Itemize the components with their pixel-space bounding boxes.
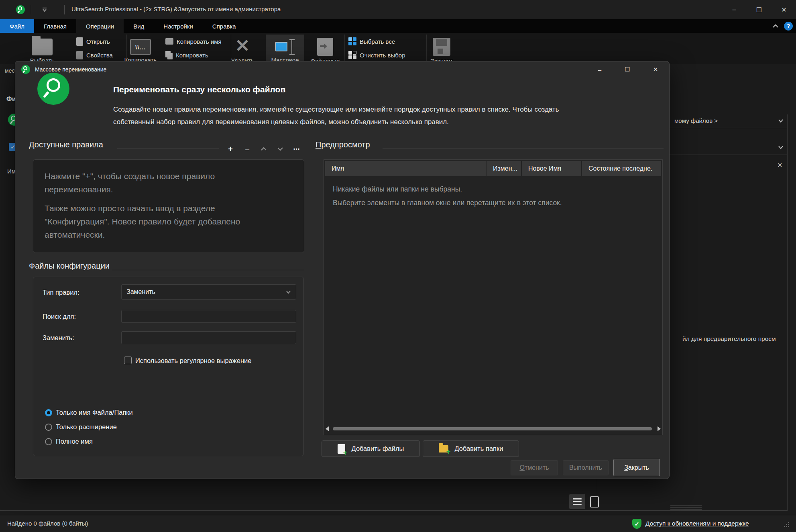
scroll-left-icon[interactable] xyxy=(326,426,329,431)
window-titlebar: UltraSearch Professional - (2x STRG) &За… xyxy=(0,0,796,19)
ribbon-copy-name-button[interactable]: Копировать имя xyxy=(165,36,222,47)
list-view-icon xyxy=(573,498,582,505)
column-header-modified[interactable]: Измен... xyxy=(487,161,521,176)
mass-rename-icon xyxy=(275,39,295,55)
rule-type-label: Тип правил: xyxy=(43,289,79,296)
tab-operations[interactable]: Операции xyxy=(76,19,124,33)
rule-more-button[interactable]: ••• xyxy=(290,144,303,154)
chevron-down-icon xyxy=(286,290,291,294)
column-header-last-status[interactable]: Состояние последне. xyxy=(582,161,661,176)
scrollbar-thumb[interactable] xyxy=(333,427,652,430)
rules-hint-1: Нажмите "+", чтобы создать новое правило… xyxy=(45,169,272,196)
close-button[interactable]: Закрыть xyxy=(613,459,660,476)
add-folder-icon: + xyxy=(439,445,448,453)
scroll-right-icon[interactable] xyxy=(658,426,661,431)
copy-name-icon xyxy=(165,38,173,45)
panel-close-icon[interactable]: ✕ xyxy=(777,161,782,169)
ribbon-select-big-button[interactable]: Выбрать xyxy=(23,35,61,64)
column-header-new-name[interactable]: Новое Имя xyxy=(522,161,581,176)
window-minimize-button[interactable]: – xyxy=(723,0,746,19)
titlebar-separator xyxy=(64,5,65,14)
chevron-down-icon xyxy=(277,147,283,151)
tab-settings[interactable]: Настройки xyxy=(154,19,203,33)
replace-input[interactable] xyxy=(121,331,296,344)
rule-type-select[interactable]: Заменить xyxy=(121,284,296,300)
rule-add-button[interactable]: + xyxy=(224,144,237,154)
ribbon-open-button[interactable]: Открыть xyxy=(76,36,110,47)
regex-checkbox[interactable] xyxy=(124,357,132,364)
dialog-minimize-button[interactable]: – xyxy=(590,63,609,75)
preview-empty-message: Никакие файлы или папки не выбраны. Выбе… xyxy=(333,182,562,210)
horizontal-scrollbar[interactable] xyxy=(326,425,661,432)
copy-path-icon: \\... xyxy=(130,39,151,55)
dialog-app-icon xyxy=(21,65,30,74)
dialog-heading: Переименовать сразу несколько файлов xyxy=(113,85,285,94)
file-operations-icon xyxy=(317,38,333,56)
rule-move-up-button[interactable] xyxy=(257,144,271,154)
search-for-input[interactable] xyxy=(121,310,296,323)
dialog-maximize-button[interactable]: ☐ xyxy=(618,63,637,75)
add-folders-button[interactable]: + Добавить папки xyxy=(423,440,519,457)
add-file-icon: + xyxy=(338,444,345,454)
config-box: Тип правил: Заменить Поиск для: Заменить… xyxy=(33,277,304,456)
add-files-button[interactable]: + Добавить файлы xyxy=(322,440,420,457)
window-title: UltraSearch Professional - (2x STRG) &За… xyxy=(71,6,281,12)
ribbon-copy-button[interactable]: Копировать xyxy=(165,50,208,60)
preview-table-header: Имя Измен... Новое Имя Состояние последн… xyxy=(325,161,661,176)
resize-grip[interactable] xyxy=(784,522,790,528)
rules-list-empty[interactable]: Нажмите "+", чтобы создать новое правило… xyxy=(33,159,304,253)
background-name-column-text: Им xyxy=(7,168,16,175)
rules-section-title: Доступные правила xyxy=(29,140,103,149)
ribbon-delete-big-button[interactable]: ✕ Удалить xyxy=(223,35,262,64)
titlebar-separator xyxy=(31,5,31,14)
preview-pane-toggle-icon[interactable] xyxy=(590,496,599,508)
ribbon-copy-path-big-button[interactable]: \\... Копировать xyxy=(121,35,160,64)
ribbon-clear-selection-button[interactable]: Очистить выбор xyxy=(348,50,405,60)
update-shield-icon: ✓ xyxy=(632,519,641,529)
rule-move-down-button[interactable] xyxy=(273,144,287,154)
column-header-name[interactable]: Имя xyxy=(325,161,486,176)
radio-extension-only[interactable] xyxy=(45,424,52,431)
update-support-link[interactable]: Доступ к обновлениям и поддержке xyxy=(645,520,749,527)
cancel-button[interactable]: Отменить xyxy=(511,460,558,475)
background-group-dropdown[interactable]: мому файлов > xyxy=(674,117,718,124)
radio-filename-only-label: Только имя Файла/Папки xyxy=(56,409,133,416)
dialog-close-button[interactable]: ✕ xyxy=(646,63,665,75)
config-section-title: Файлы конфигурации xyxy=(29,261,110,271)
quick-access-dropdown-icon[interactable] xyxy=(42,7,47,12)
statusbar: Найдено 0 файлов (0 байты) ✓ Доступ к об… xyxy=(0,515,796,532)
ribbon-select-all-button[interactable]: Выбрать все xyxy=(348,36,395,47)
tab-home[interactable]: Главная xyxy=(34,19,76,33)
help-icon[interactable]: ? xyxy=(784,22,793,31)
regex-label: Использовать регулярное выражение xyxy=(135,357,252,365)
select-all-icon xyxy=(348,37,356,45)
window-close-button[interactable]: ✕ xyxy=(772,0,796,19)
window-maximize-button[interactable]: ☐ xyxy=(747,0,771,19)
radio-full-name[interactable] xyxy=(45,438,52,445)
ribbon-file-operations-big-button[interactable]: Файловые xyxy=(306,35,344,64)
tab-view[interactable]: Вид xyxy=(124,19,154,33)
app-logo-icon xyxy=(16,5,25,14)
status-found-text: Найдено 0 файлов (0 байты) xyxy=(7,520,88,527)
dialog-title: Массовое переименование xyxy=(35,66,106,73)
rules-hint-2: Также можно просто начать ввод в разделе… xyxy=(45,202,272,241)
tab-file[interactable]: Файл xyxy=(0,19,34,33)
list-view-toggle[interactable] xyxy=(569,494,585,509)
rule-remove-button[interactable]: – xyxy=(240,144,254,154)
tab-help[interactable]: Справка xyxy=(203,19,246,33)
replace-label: Заменить: xyxy=(43,334,74,342)
properties-icon xyxy=(76,51,83,59)
run-button[interactable]: Выполнить xyxy=(563,460,609,475)
radio-extension-only-label: Только расширение xyxy=(56,423,117,431)
chevron-down-icon[interactable] xyxy=(778,145,784,149)
collapse-ribbon-icon[interactable] xyxy=(772,24,779,29)
delete-icon: ✕ xyxy=(235,36,250,55)
export-save-icon xyxy=(433,38,450,56)
ribbon-export-big-button[interactable]: Экспорт xyxy=(422,35,461,64)
menubar: Файл Главная Операции Вид Настройки Спра… xyxy=(0,19,796,33)
radio-filename-only[interactable] xyxy=(45,409,52,416)
ribbon-mass-rename-big-button[interactable]: Массовое xyxy=(266,35,304,64)
chevron-down-icon[interactable] xyxy=(778,119,784,123)
ribbon-properties-button[interactable]: Свойства xyxy=(76,50,113,60)
ribbon: Выбрать Открыть Свойства \\... Копироват… xyxy=(0,33,796,64)
